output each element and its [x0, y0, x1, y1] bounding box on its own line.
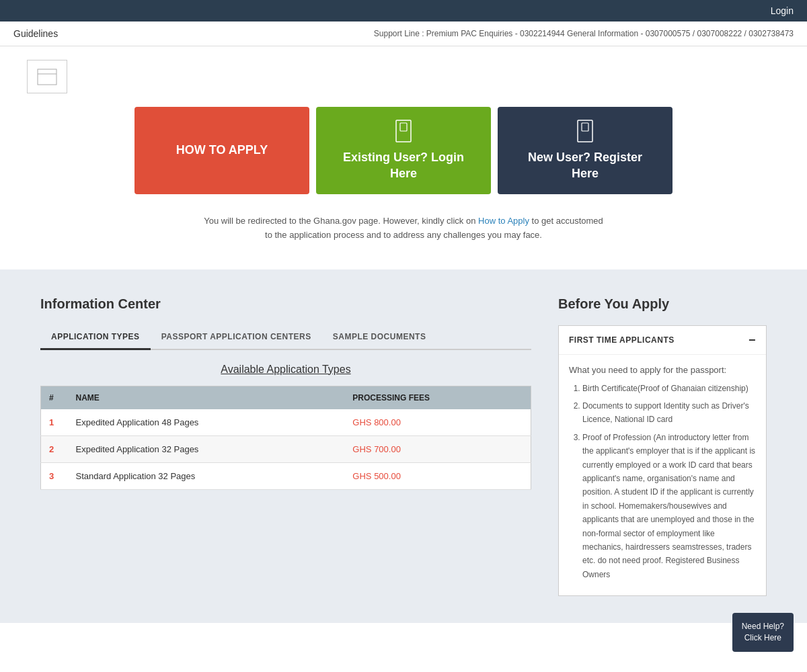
accordion-title: FIRST TIME APPLICANTS — [569, 335, 675, 345]
help-button[interactable]: Need Help? Click Here — [732, 613, 794, 623]
application-types-table: # NAME PROCESSING FEES 1 Expedited Appli… — [40, 386, 531, 490]
row-name: Expedited Application 48 Pages — [68, 409, 345, 436]
info-center-title: Information Center — [40, 296, 531, 312]
accordion-body: What you need to apply for the passport:… — [559, 354, 766, 595]
top-bar: Login — [0, 0, 807, 22]
tab-application-types[interactable]: APPLICATION TYPES — [40, 325, 151, 350]
logo-area — [27, 60, 67, 93]
col-name: NAME — [68, 386, 345, 409]
row-name: Standard Application 32 Pages — [68, 462, 345, 489]
logo-placeholder — [27, 60, 67, 93]
support-info: Support Line : Premium PAC Enquiries - 0… — [374, 29, 794, 38]
right-panel: Before You Apply FIRST TIME APPLICANTS −… — [558, 296, 767, 596]
table-row: 3 Standard Application 32 Pages GHS 500.… — [41, 462, 531, 489]
list-item: Proof of Profession (An introductory let… — [582, 431, 756, 581]
row-fee: GHS 700.00 — [344, 435, 531, 462]
row-name: Expedited Application 32 Pages — [68, 435, 345, 462]
accordion-intro: What you need to apply for the passport: — [569, 365, 756, 375]
redirect-notice: You will be redirected to the Ghana.gov … — [202, 214, 605, 243]
tab-passport-centers[interactable]: PASSPORT APPLICATION CENTERS — [151, 325, 322, 350]
login-icon — [394, 120, 413, 144]
row-fee: GHS 800.00 — [344, 409, 531, 436]
col-num: # — [41, 386, 68, 409]
accordion-collapse-icon[interactable]: − — [748, 334, 756, 346]
accordion-first-time: FIRST TIME APPLICANTS − What you need to… — [558, 325, 767, 596]
tab-sample-documents[interactable]: SAMPLE DOCUMENTS — [322, 325, 437, 350]
header-bar: Guidelines Support Line : Premium PAC En… — [0, 22, 807, 46]
help-line1: Need Help? — [742, 622, 784, 623]
list-item: Birth Certificate(Proof of Ghanaian citi… — [582, 382, 756, 395]
svg-rect-3 — [400, 123, 407, 131]
register-icon — [576, 120, 594, 144]
existing-user-label: Existing User? LoginHere — [343, 150, 464, 181]
how-to-apply-label: HOW TO APPLY — [176, 142, 268, 158]
cards-row: HOW TO APPLY Existing User? LoginHere — [134, 107, 672, 194]
svg-rect-0 — [38, 69, 56, 85]
row-num: 2 — [41, 435, 68, 462]
svg-rect-5 — [582, 123, 588, 131]
new-user-card[interactable]: New User? RegisterHere — [498, 107, 672, 194]
how-to-apply-card[interactable]: HOW TO APPLY — [134, 107, 309, 194]
table-row: 2 Expedited Application 32 Pages GHS 700… — [41, 435, 531, 462]
row-fee: GHS 500.00 — [344, 462, 531, 489]
hero-section: HOW TO APPLY Existing User? LoginHere — [0, 46, 807, 269]
before-apply-title: Before You Apply — [558, 296, 767, 312]
list-item: Documents to support Identity such as Dr… — [582, 399, 756, 427]
guidelines-link[interactable]: Guidelines — [13, 28, 58, 39]
row-num: 1 — [41, 409, 68, 436]
existing-user-card[interactable]: Existing User? LoginHere — [316, 107, 491, 194]
table-header-row: # NAME PROCESSING FEES — [41, 386, 531, 409]
accordion-list: Birth Certificate(Proof of Ghanaian citi… — [569, 382, 756, 581]
table-row: 1 Expedited Application 48 Pages GHS 800… — [41, 409, 531, 436]
col-fees: PROCESSING FEES — [344, 386, 531, 409]
accordion-header[interactable]: FIRST TIME APPLICANTS − — [559, 326, 766, 354]
login-link[interactable]: Login — [771, 5, 794, 16]
table-section-title: Available Application Types — [40, 364, 531, 376]
left-panel: Information Center APPLICATION TYPES PAS… — [40, 296, 531, 596]
new-user-label: New User? RegisterHere — [528, 150, 642, 181]
tabs-bar: APPLICATION TYPES PASSPORT APPLICATION C… — [40, 325, 531, 350]
row-num: 3 — [41, 462, 68, 489]
info-section: Information Center APPLICATION TYPES PAS… — [0, 269, 807, 623]
how-to-apply-link[interactable]: How to Apply — [478, 216, 529, 226]
